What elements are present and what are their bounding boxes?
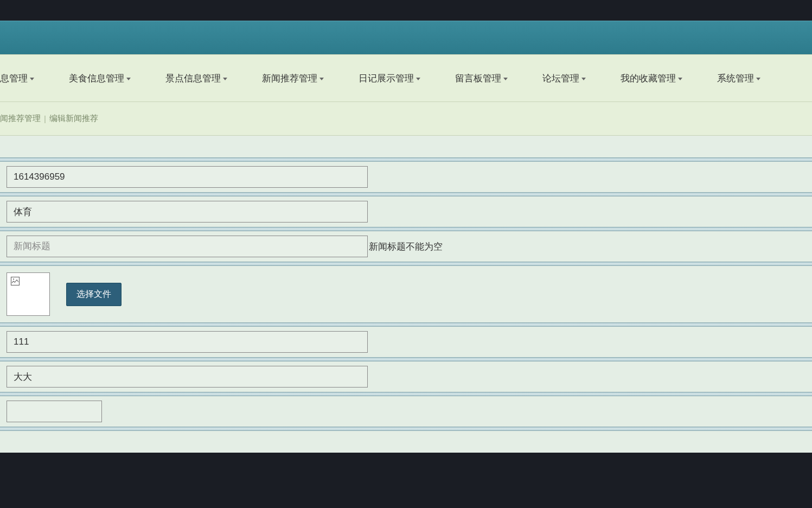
nav-item-label: 美食信息管理 bbox=[69, 72, 124, 85]
nav-item-attraction-mgmt[interactable]: 景点信息管理 bbox=[148, 72, 245, 85]
row-divider bbox=[0, 322, 812, 327]
caret-down-icon bbox=[126, 78, 131, 80]
nav-item-label: 息管理 bbox=[0, 72, 28, 85]
caret-down-icon bbox=[756, 78, 760, 80]
breadcrumb: 闻推荐管理 | 编辑新闻推荐 bbox=[0, 102, 812, 136]
id-input[interactable] bbox=[7, 166, 368, 188]
field5-input[interactable] bbox=[7, 331, 368, 353]
nav-item-favorites-mgmt[interactable]: 我的收藏管理 bbox=[603, 72, 700, 85]
form-row-id bbox=[0, 162, 812, 192]
nav-item-info-mgmt[interactable]: 息管理 bbox=[0, 72, 52, 85]
nav-item-news-mgmt[interactable]: 新闻推荐管理 bbox=[245, 72, 341, 85]
title-input[interactable] bbox=[7, 236, 368, 257]
image-preview bbox=[7, 272, 50, 316]
row-divider bbox=[0, 157, 812, 162]
caret-down-icon bbox=[581, 78, 586, 80]
form-row-image: 选择文件 bbox=[0, 266, 812, 322]
row-divider bbox=[0, 392, 812, 396]
row-divider bbox=[0, 192, 812, 196]
nav-item-food-mgmt[interactable]: 美食信息管理 bbox=[52, 72, 148, 85]
caret-down-icon bbox=[503, 78, 508, 80]
breadcrumb-parent[interactable]: 闻推荐管理 bbox=[0, 113, 41, 124]
field7-input[interactable] bbox=[7, 401, 102, 422]
field6-input[interactable] bbox=[7, 366, 368, 388]
row-divider bbox=[0, 357, 812, 361]
bottom-black-bar bbox=[0, 453, 812, 508]
breadcrumb-current: 编辑新闻推荐 bbox=[49, 113, 98, 124]
choose-file-button[interactable]: 选择文件 bbox=[66, 283, 122, 306]
title-validation-msg: 新闻标题不能为空 bbox=[369, 240, 443, 253]
nav-item-system-mgmt[interactable]: 系统管理 bbox=[700, 72, 778, 85]
form-row-title: 新闻标题不能为空 bbox=[0, 231, 812, 262]
caret-down-icon bbox=[678, 78, 682, 80]
nav-item-label: 景点信息管理 bbox=[165, 72, 221, 85]
nav-item-diary-mgmt[interactable]: 日记展示管理 bbox=[341, 72, 438, 85]
category-input[interactable] bbox=[7, 201, 368, 223]
caret-down-icon bbox=[319, 78, 324, 80]
form-row-category bbox=[0, 196, 812, 227]
nav-item-message-mgmt[interactable]: 留言板管理 bbox=[438, 72, 525, 85]
top-black-bar bbox=[0, 0, 812, 21]
nav-item-label: 系统管理 bbox=[717, 72, 754, 85]
form-row-field6 bbox=[0, 361, 812, 392]
caret-down-icon bbox=[30, 78, 34, 80]
row-divider bbox=[0, 262, 812, 266]
nav-item-label: 论坛管理 bbox=[542, 72, 579, 85]
svg-point-1 bbox=[13, 278, 14, 280]
teal-header bbox=[0, 21, 812, 54]
breadcrumb-separator: | bbox=[44, 114, 46, 123]
form-row-field5 bbox=[0, 327, 812, 357]
broken-image-icon bbox=[10, 276, 20, 286]
caret-down-icon bbox=[223, 78, 227, 80]
nav-item-label: 我的收藏管理 bbox=[621, 72, 676, 85]
nav-bar: 息管理 美食信息管理 景点信息管理 新闻推荐管理 日记展示管理 留言板管理 论坛… bbox=[0, 54, 812, 102]
caret-down-icon bbox=[416, 78, 420, 80]
nav-item-label: 留言板管理 bbox=[455, 72, 501, 85]
form-area: 新闻标题不能为空 选择文件 bbox=[0, 136, 812, 431]
row-divider bbox=[0, 427, 812, 431]
nav-item-label: 日记展示管理 bbox=[359, 72, 414, 85]
row-divider bbox=[0, 227, 812, 231]
nav-item-forum-mgmt[interactable]: 论坛管理 bbox=[525, 72, 603, 85]
content-wrap: 息管理 美食信息管理 景点信息管理 新闻推荐管理 日记展示管理 留言板管理 论坛… bbox=[0, 21, 812, 453]
nav-item-label: 新闻推荐管理 bbox=[262, 72, 317, 85]
form-row-field7 bbox=[0, 396, 812, 427]
